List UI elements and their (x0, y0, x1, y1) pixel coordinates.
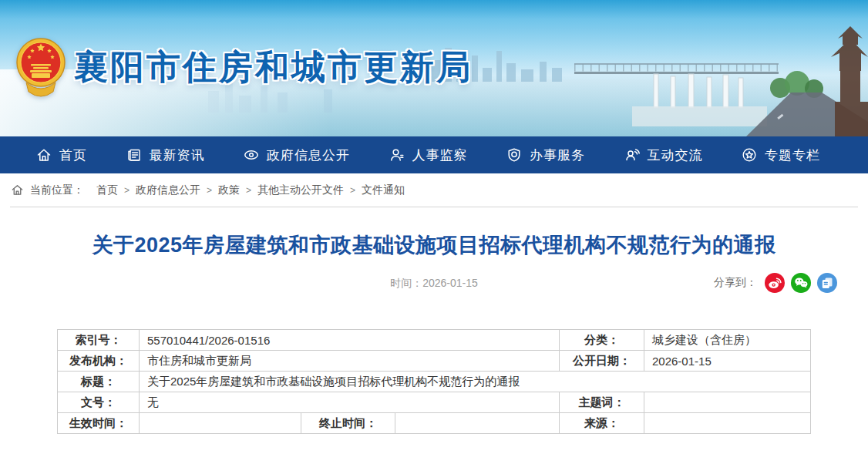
breadcrumb-separator: > (350, 185, 355, 196)
source-value (644, 413, 811, 434)
table-row-publisher: 发布机构： 市住房和城市更新局 公开日期： 2026-01-15 (58, 351, 811, 372)
person-icon (389, 146, 405, 163)
eye-icon (243, 146, 260, 163)
nav-item-news[interactable]: 最新资讯 (126, 146, 205, 164)
nav-item-label: 互动交流 (648, 146, 703, 164)
nav-item-special-topics[interactable]: 专题专栏 (741, 146, 820, 164)
breadcrumb-item-doc-notice[interactable]: 文件通知 (362, 183, 405, 197)
article-main: 关于2025年房屋建筑和市政基础设施项目招标代理机构不规范行为的通报 时间：20… (0, 232, 868, 434)
article-meta: 时间：2026-01-15 分享到： (0, 271, 868, 294)
title-label: 标题： (58, 372, 140, 392)
breadcrumb-item-gov-info[interactable]: 政府信息公开 (136, 183, 200, 197)
title-value: 关于2025年房屋建筑和市政基础设施项目招标代理机构不规范行为的通报 (140, 372, 811, 392)
index-label: 索引号： (58, 330, 140, 351)
breadcrumb-separator: > (246, 185, 251, 196)
expire-time-value (395, 413, 560, 434)
brand: 襄阳市住房和城市更新局 (15, 31, 473, 103)
nav-item-label: 政府信息公开 (267, 146, 350, 164)
table-row-index: 索引号： 557010441/2026-01516 分类： 城乡建设（含住房） (58, 330, 811, 351)
nav-item-services[interactable]: 办事服务 (506, 146, 585, 164)
breadcrumb-separator: > (124, 185, 130, 196)
article-title: 关于2025年房屋建筑和市政基础设施项目招标代理机构不规范行为的通报 (43, 232, 825, 259)
keywords-label: 主题词： (560, 392, 644, 413)
breadcrumb-home-icon (11, 183, 24, 197)
table-row-dates: 生效时间： 终止时间： 来源： (58, 413, 811, 434)
share-bar: 分享到： (714, 273, 837, 293)
shield-icon (506, 146, 523, 163)
doc-number-label: 文号： (58, 392, 140, 413)
breadcrumb-item-other-public-docs[interactable]: 其他主动公开文件 (257, 183, 344, 197)
table-row-doc-number: 文号： 无 主题词： (58, 392, 811, 413)
nav-item-label: 首页 (59, 146, 87, 164)
index-value: 557010441/2026-01516 (140, 330, 560, 351)
doc-number-value: 无 (140, 392, 560, 413)
breadcrumb-item-home[interactable]: 首页 (96, 183, 118, 197)
publish-date-label: 公开日期： (560, 351, 644, 372)
share-label: 分享到： (714, 276, 757, 290)
breadcrumb-label: 当前位置： (30, 183, 84, 197)
nav-item-label: 办事服务 (530, 146, 585, 164)
nav-item-gov-info[interactable]: 政府信息公开 (243, 146, 350, 164)
category-value: 城乡建设（含住房） (644, 330, 811, 351)
nav-item-personnel[interactable]: 人事监察 (389, 146, 468, 164)
national-emblem-icon (15, 31, 66, 103)
time-label: 时间： (390, 277, 422, 289)
time-value: 2026-01-15 (422, 277, 478, 289)
nav-item-label: 人事监察 (412, 146, 468, 164)
document-info-table: 索引号： 557010441/2026-01516 分类： 城乡建设（含住房） … (57, 329, 811, 434)
nav-item-label: 专题专栏 (765, 146, 820, 164)
weibo-share-icon[interactable] (765, 273, 785, 293)
effective-time-value (140, 413, 301, 434)
publisher-label: 发布机构： (58, 351, 140, 372)
chat-icon (624, 146, 641, 163)
effective-time-label: 生效时间： (58, 413, 140, 434)
nav-item-interaction[interactable]: 互动交流 (624, 146, 703, 164)
publisher-value: 市住房和城市更新局 (140, 351, 560, 372)
source-label: 来源： (560, 413, 644, 434)
site-title: 襄阳市住房和城市更新局 (74, 50, 473, 84)
category-label: 分类： (560, 330, 644, 351)
nav-item-label: 最新资讯 (150, 146, 205, 164)
breadcrumb: 当前位置： 首页 > 政府信息公开 > 政策 > 其他主动公开文件 > 文件通知 (0, 173, 868, 207)
expire-time-label: 终止时间： (301, 413, 395, 434)
star-icon (741, 146, 758, 163)
publish-date-value: 2026-01-15 (644, 351, 811, 372)
site-banner: 襄阳市住房和城市更新局 (0, 0, 868, 136)
keywords-value (644, 392, 811, 413)
main-nav: 首页 最新资讯 政府信息公开 人事监察 办事服务 互动交流 专题专栏 (0, 136, 868, 173)
breadcrumb-item-policy[interactable]: 政策 (218, 183, 240, 197)
publish-time: 时间：2026-01-15 (390, 277, 478, 291)
news-icon (126, 146, 143, 163)
nav-item-home[interactable]: 首页 (35, 146, 87, 164)
home-icon (35, 146, 52, 163)
copy-share-icon[interactable] (817, 273, 837, 293)
table-row-title: 标题： 关于2025年房屋建筑和市政基础设施项目招标代理机构不规范行为的通报 (58, 372, 811, 392)
breadcrumb-separator: > (207, 185, 212, 196)
breadcrumb-divider (10, 207, 858, 207)
wechat-share-icon[interactable] (791, 273, 811, 293)
